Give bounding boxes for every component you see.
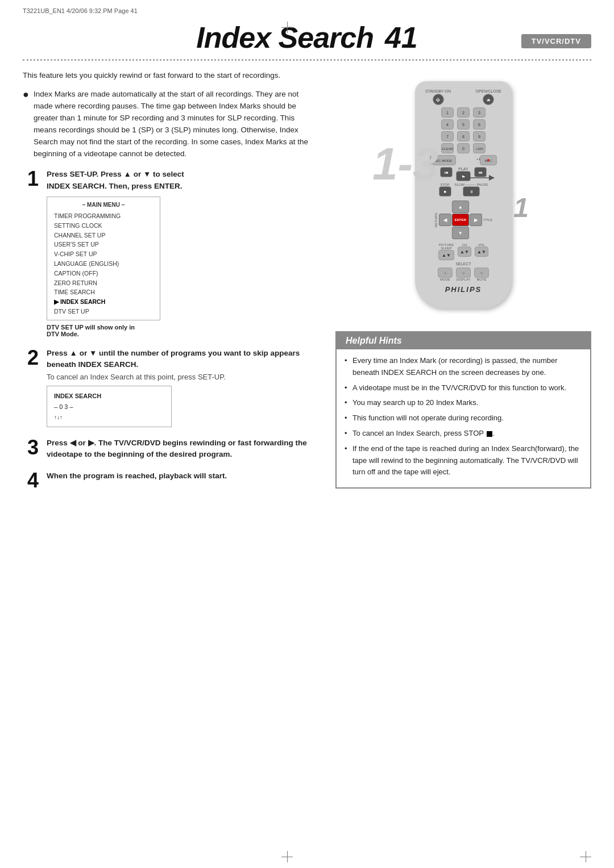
intro-paragraph: This feature lets you quickly rewind or … bbox=[23, 70, 318, 82]
menu-title: – MAIN MENU – bbox=[54, 201, 153, 210]
btn-mute[interactable]: ○ bbox=[474, 268, 489, 278]
step-4-content: When the program is reached, playback wi… bbox=[47, 470, 318, 482]
btn-ch[interactable]: ▲▼ bbox=[458, 247, 471, 257]
btn-0[interactable]: 0 bbox=[457, 143, 470, 153]
index-box-value: – 0 3 – bbox=[54, 402, 164, 412]
menu-item: SETTING CLOCK bbox=[54, 221, 153, 231]
btn-plus100[interactable]: +100+10 bbox=[473, 143, 486, 153]
menu-item: V-CHIP SET UP bbox=[54, 249, 153, 259]
page-number: 41 bbox=[385, 21, 418, 54]
nav-empty-tl bbox=[439, 201, 451, 213]
step-4: 4 When the program is reached, playback … bbox=[23, 470, 318, 491]
select-row: SELECT ○ MODE ○ DISPLAY ○ bbox=[420, 262, 507, 281]
step-number-1: 1 bbox=[23, 169, 39, 189]
label-1-3: 1-3 bbox=[372, 138, 438, 190]
btn-6[interactable]: 6 bbox=[473, 119, 486, 130]
step-3-content: Press ◀ or ▶. The TV/VCR/DVD begins rewi… bbox=[47, 437, 318, 461]
step-number-2: 2 bbox=[23, 348, 39, 368]
stop-label: STOP ■ bbox=[439, 183, 451, 197]
step-2-content: Press ▲ or ▼ until the number of program… bbox=[47, 348, 318, 427]
hint-item-4: This function will not operate during re… bbox=[345, 412, 582, 424]
btn-picture[interactable]: ▲▼ bbox=[438, 250, 454, 260]
btn-7[interactable]: 7 bbox=[441, 131, 454, 141]
menu-item: LANGUAGE (ENGLISH) bbox=[54, 259, 153, 269]
btn-enter[interactable]: ENTER bbox=[452, 214, 469, 226]
display-section: ○ DISPLAY bbox=[456, 268, 471, 281]
menu-item-selected: ▶ INDEX SEARCH bbox=[54, 297, 153, 307]
page-meta: T3221UB_EN1 4/20/06 9:32 PM Page 41 bbox=[23, 7, 138, 14]
open-close-label: OPEN/CLOSE ⏏ bbox=[475, 89, 501, 106]
btn-2[interactable]: 2 bbox=[457, 107, 470, 118]
menu-item: CAPTION (OFF) bbox=[54, 269, 153, 278]
btn-clear[interactable]: CLEAR bbox=[441, 143, 454, 153]
nav-arrow-indicator bbox=[460, 172, 495, 185]
dtv-note: DTV SET UP will show only inDTV Mode. bbox=[47, 324, 318, 337]
btn-up[interactable]: ▲ bbox=[452, 201, 469, 213]
step-1-menu: – MAIN MENU – TIMER PROGRAMMING SETTING … bbox=[47, 197, 318, 337]
btn-down[interactable]: ▼ bbox=[452, 227, 469, 239]
section-divider bbox=[23, 59, 591, 61]
ch-section: CH ▲▼ bbox=[458, 243, 471, 260]
btn-8[interactable]: 8 bbox=[457, 131, 470, 141]
svg-marker-1 bbox=[489, 175, 495, 181]
step-3: 3 Press ◀ or ▶. The TV/VCR/DVD begins re… bbox=[23, 437, 318, 461]
nav-cross: ▲ ◀ ENTER ▶ ▼ bbox=[439, 201, 482, 239]
philips-logo: PHILIPS bbox=[445, 285, 482, 294]
btn-rec[interactable]: REC bbox=[480, 155, 497, 165]
stop-square-icon bbox=[487, 431, 492, 437]
remote-section: 1-3 1 STANDBY·ON ⏻ bbox=[335, 70, 591, 308]
picture-row: PICTURESLEEP ▲▼ CH ▲▼ VOL ▲▼ bbox=[420, 243, 507, 260]
step-2-title: Press ▲ or ▼ until the number of program… bbox=[47, 348, 318, 371]
nav-empty-br bbox=[470, 227, 482, 239]
btn-5[interactable]: 5 bbox=[457, 119, 470, 130]
btn-left[interactable]: ◀ bbox=[439, 214, 451, 226]
step-number-3: 3 bbox=[23, 437, 39, 458]
left-column: This feature lets you quickly rewind or … bbox=[23, 70, 318, 501]
arrow-svg bbox=[460, 172, 495, 183]
main-content: This feature lets you quickly rewind or … bbox=[0, 70, 614, 501]
standby-label: STANDBY·ON ⏻ bbox=[425, 89, 451, 106]
hint-item-3: You may search up to 20 Index Marks. bbox=[345, 397, 582, 409]
hints-content: Every time an Index Mark (or recording) … bbox=[337, 349, 590, 487]
remote-top-row: STANDBY·ON ⏻ OPEN/CLOSE ⏏ bbox=[420, 89, 507, 106]
btn-rewind[interactable]: ⏮ bbox=[440, 167, 453, 177]
mute-section: ○ MUTE bbox=[474, 268, 489, 281]
bullet-icon: ● bbox=[23, 89, 29, 160]
btn-mode[interactable]: ○ bbox=[438, 268, 453, 278]
btn-stop[interactable]: ■ bbox=[439, 186, 451, 197]
btn-3[interactable]: 3 bbox=[473, 107, 486, 118]
menu-item: TIMER PROGRAMMING bbox=[54, 211, 153, 221]
step-2-display: INDEX SEARCH – 0 3 – ↑↓↑ bbox=[47, 386, 318, 427]
step-number-4: 4 bbox=[23, 470, 39, 491]
step-3-title: Press ◀ or ▶. The TV/VCR/DVD begins rewi… bbox=[47, 437, 318, 461]
helpful-hints-box: Helpful Hints Every time an Index Mark (… bbox=[335, 331, 591, 489]
openclose-btn[interactable]: ⏏ bbox=[483, 94, 494, 105]
nav-empty-tr bbox=[470, 201, 482, 213]
btn-1[interactable]: 1 bbox=[441, 107, 454, 118]
btn-pause[interactable]: ⏸ bbox=[463, 186, 480, 197]
menu-item: CHANNEL SET UP bbox=[54, 231, 153, 240]
btn-4[interactable]: 4 bbox=[441, 119, 454, 130]
nav-section: RETURN ▲ ◀ ENTER ▶ ▼ TITLE bbox=[434, 199, 492, 240]
remote-container: 1-3 1 STANDBY·ON ⏻ bbox=[415, 70, 512, 308]
btn-9[interactable]: 9 bbox=[473, 131, 486, 141]
standby-btn[interactable]: ⏻ bbox=[433, 94, 444, 105]
tv-vcr-dtv-badge: TV/VCR/DTV bbox=[521, 34, 591, 48]
menu-item: DTV SET UP bbox=[54, 307, 153, 316]
hint-item-5: To cancel an Index Search, press STOP . bbox=[345, 428, 582, 440]
hint-item-2: A videotape must be in the TV/VCR/DVD fo… bbox=[345, 382, 582, 394]
numpad-row2: 4 5 6 bbox=[420, 119, 507, 130]
step-1: 1 Press SET-UP. Press ▲ or ▼ to select I… bbox=[23, 169, 318, 337]
vol-section: VOL ▲▼ bbox=[475, 243, 488, 260]
btn-right[interactable]: ▶ bbox=[470, 214, 482, 226]
hint-item-6: If the end of the tape is reached during… bbox=[345, 443, 582, 478]
right-column: 1-3 1 STANDBY·ON ⏻ bbox=[335, 70, 591, 501]
hints-title: Helpful Hints bbox=[337, 332, 590, 349]
btn-display[interactable]: ○ bbox=[456, 268, 471, 278]
step-1-title: Press SET-UP. Press ▲ or ▼ to select IND… bbox=[47, 169, 318, 192]
step-2: 2 Press ▲ or ▼ until the number of progr… bbox=[23, 348, 318, 427]
step-4-title: When the program is reached, playback wi… bbox=[47, 470, 318, 482]
btn-vol[interactable]: ▲▼ bbox=[475, 247, 488, 257]
return-label: RETURN bbox=[434, 213, 438, 227]
remote-control: STANDBY·ON ⏻ OPEN/CLOSE ⏏ 1 2 3 bbox=[415, 81, 512, 308]
